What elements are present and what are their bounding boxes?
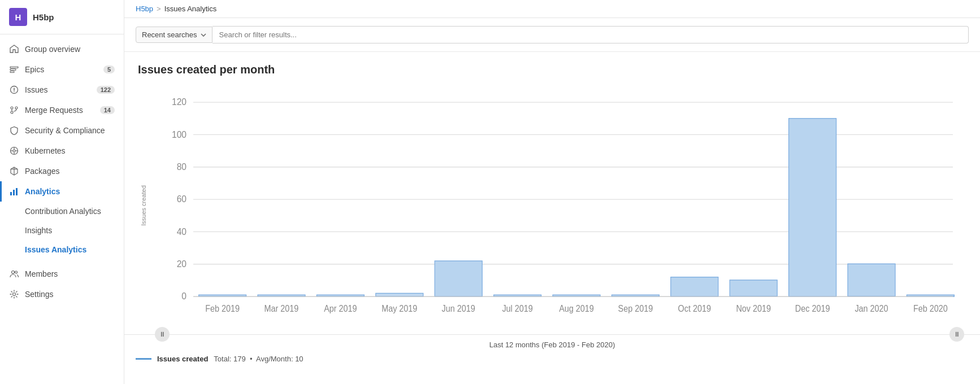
chart-section: Issues created per month Issues created: [124, 52, 980, 334]
settings-icon: [9, 289, 19, 299]
svg-rect-0: [10, 67, 18, 68]
members-icon: [9, 269, 19, 279]
sidebar-item-group-overview[interactable]: Group overview: [0, 39, 124, 59]
shield-icon: [9, 125, 19, 136]
svg-text:Apr 2019: Apr 2019: [324, 304, 357, 314]
svg-text:60: 60: [177, 194, 187, 204]
epics-badge: 5: [103, 66, 115, 73]
sidebar-item-label: Epics: [25, 65, 44, 74]
pause-right-button[interactable]: [949, 327, 964, 342]
svg-text:120: 120: [172, 97, 187, 107]
svg-text:Feb 2019: Feb 2019: [205, 304, 240, 314]
svg-text:0: 0: [181, 291, 187, 302]
issues-badge: 122: [97, 86, 115, 94]
sidebar-item-settings[interactable]: Settings: [0, 284, 124, 304]
sidebar-item-contribution-analytics[interactable]: Contribution Analytics: [0, 202, 124, 221]
svg-text:Jul 2019: Jul 2019: [502, 304, 532, 314]
sidebar-item-label: Members: [25, 269, 58, 278]
svg-point-20: [12, 271, 15, 274]
svg-point-7: [11, 111, 13, 114]
svg-text:Feb 2020: Feb 2020: [913, 304, 948, 314]
merge-icon: [9, 105, 19, 115]
breadcrumb-separator: >: [157, 5, 161, 13]
sidebar-item-label: Analytics: [25, 187, 60, 196]
svg-rect-17: [10, 192, 12, 195]
sidebar-item-epics[interactable]: Epics 5: [0, 59, 124, 80]
main-content: H5bp > Issues Analytics Recent searches …: [124, 0, 980, 384]
svg-text:Mar 2019: Mar 2019: [264, 304, 299, 314]
legend-line-icon: [136, 358, 151, 360]
svg-text:Dec 2019: Dec 2019: [795, 304, 830, 314]
group-name: H5bp: [33, 12, 54, 22]
svg-rect-2: [10, 71, 14, 73]
svg-point-21: [15, 271, 18, 273]
pause-left-button[interactable]: [155, 327, 170, 342]
chart-title: Issues created per month: [138, 63, 966, 76]
svg-rect-18: [13, 190, 15, 195]
sub-nav-label: Issues Analytics: [25, 245, 86, 254]
chevron-down-icon: [201, 33, 206, 37]
sidebar-nav: Group overview Epics 5: [0, 34, 124, 384]
range-label: Last 12 months (Feb 2019 - Feb 2020): [136, 341, 969, 349]
sidebar: H H5bp Group overview Epics 5: [0, 0, 124, 384]
sidebar-item-label: Issues: [25, 85, 47, 94]
svg-rect-1: [10, 69, 16, 71]
svg-text:Oct 2019: Oct 2019: [678, 304, 711, 314]
issues-chart: 120 100 80 60 40 20 0: [153, 88, 966, 323]
sidebar-item-analytics[interactable]: Analytics: [0, 181, 124, 202]
bar-oct2019: [671, 277, 718, 296]
sidebar-item-kubernetes[interactable]: Kubernetes: [0, 141, 124, 161]
legend: Issues created Total: 179 • Avg/Month: 1…: [136, 352, 969, 365]
sidebar-item-security[interactable]: Security & Compliance: [0, 120, 124, 141]
sub-nav-label: Contribution Analytics: [25, 207, 101, 216]
dropdown-label: Recent searches: [142, 30, 197, 39]
svg-point-6: [11, 107, 13, 109]
epics-icon: [9, 64, 19, 75]
sidebar-item-insights[interactable]: Insights: [0, 221, 124, 240]
analytics-icon: [9, 186, 19, 197]
search-bar: Recent searches: [124, 18, 980, 52]
svg-rect-19: [16, 188, 18, 195]
svg-point-10: [13, 150, 15, 152]
svg-text:Jan 2020: Jan 2020: [855, 304, 888, 314]
svg-text:Nov 2019: Nov 2019: [736, 304, 771, 314]
kubernetes-icon: [9, 146, 19, 156]
svg-text:Jun 2019: Jun 2019: [442, 304, 475, 314]
y-axis-label: Issues created: [140, 185, 147, 226]
sidebar-item-issues-analytics[interactable]: Issues Analytics: [0, 240, 124, 259]
avatar: H: [9, 8, 27, 26]
bar-jan2020: [848, 264, 895, 296]
sidebar-item-label: Settings: [25, 290, 54, 299]
sidebar-item-members[interactable]: Members: [0, 264, 124, 284]
svg-text:Aug 2019: Aug 2019: [559, 304, 594, 314]
bar-dec2019: [789, 119, 836, 296]
mr-badge: 14: [100, 106, 115, 114]
breadcrumb-parent[interactable]: H5bp: [136, 5, 153, 13]
sidebar-item-label: Merge Requests: [25, 106, 83, 115]
svg-text:80: 80: [177, 161, 187, 172]
svg-text:20: 20: [177, 258, 187, 269]
svg-text:100: 100: [172, 129, 187, 139]
sub-nav-label: Insights: [25, 226, 52, 235]
recent-searches-dropdown[interactable]: Recent searches: [136, 27, 213, 43]
sidebar-item-issues[interactable]: Issues 122: [0, 80, 124, 100]
bar-jun2019: [435, 261, 482, 296]
content-area: Recent searches Issues created per month…: [124, 18, 980, 384]
breadcrumb-current: Issues Analytics: [164, 5, 217, 13]
svg-point-22: [13, 293, 16, 296]
sidebar-item-packages[interactable]: Packages: [0, 161, 124, 181]
sidebar-header[interactable]: H H5bp: [0, 0, 124, 34]
search-input[interactable]: [213, 26, 969, 43]
bar-nov2019: [730, 280, 777, 296]
sidebar-item-label: Security & Compliance: [25, 126, 105, 135]
bar-may2019: [376, 293, 423, 296]
legend-label: Issues created: [157, 355, 208, 363]
issues-icon: [9, 85, 19, 95]
sidebar-item-label: Packages: [25, 167, 59, 176]
home-icon: [9, 44, 19, 54]
sidebar-item-merge-requests[interactable]: Merge Requests 14: [0, 100, 124, 120]
sidebar-item-label: Group overview: [25, 45, 80, 54]
svg-point-5: [14, 91, 15, 92]
legend-stats: Total: 179 • Avg/Month: 10: [214, 355, 303, 363]
svg-point-8: [15, 107, 18, 109]
